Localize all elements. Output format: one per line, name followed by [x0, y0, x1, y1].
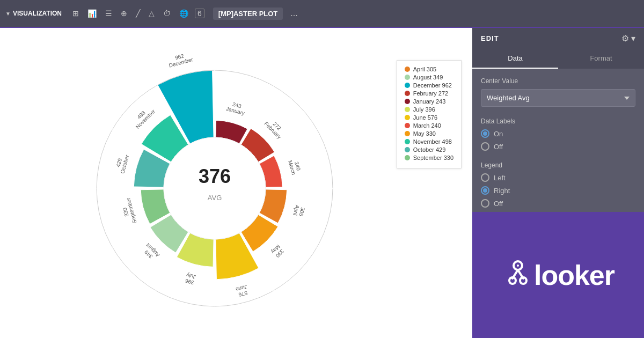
data-labels-on-radio[interactable] [481, 129, 489, 138]
panel-tabs: Data Format [472, 49, 644, 69]
tab-format[interactable]: Format [558, 49, 644, 69]
looker-text: looker [534, 259, 614, 291]
legend-off-radio[interactable] [481, 199, 489, 208]
clock-icon[interactable]: ⏱ [161, 8, 173, 19]
edit-title: EDIT [481, 34, 499, 42]
more-options-button[interactable]: ... [286, 9, 302, 18]
legend-item: September 330 [405, 155, 453, 161]
svg-text:AVG: AVG [208, 194, 222, 202]
aster-chart-svg: January243February272March240April305May… [48, 28, 424, 338]
bar-chart-icon[interactable]: 📊 [85, 8, 99, 19]
list-icon[interactable]: ☰ [103, 8, 114, 19]
legend-item: February 272 [405, 90, 453, 97]
toolbar-icons: ⊞ 📊 ☰ ⊕ ╱ △ ⏱ 🌐 6 [70, 8, 204, 19]
main-content: January243February272March240April305May… [0, 28, 644, 338]
legend-left-radio[interactable] [481, 173, 489, 182]
data-labels-on-option[interactable]: On [481, 129, 635, 138]
looker-brand: looker [472, 212, 644, 338]
edit-header: EDIT ⚙ ▾ [472, 28, 644, 49]
right-panel: EDIT ⚙ ▾ Data Format Center Value Weight… [472, 28, 644, 338]
visualization-label: ▼ VISUALIZATION [5, 10, 62, 17]
svg-text:November: November [135, 108, 157, 130]
legend-right-option[interactable]: Right [481, 186, 635, 195]
svg-point-45 [520, 277, 526, 284]
looker-icon [502, 259, 534, 291]
center-value-label: Center Value [481, 77, 635, 85]
legend-item: July 396 [405, 106, 453, 113]
legend-section: Legend Left Right Off [481, 161, 635, 208]
legend-left-option[interactable]: Left [481, 173, 635, 182]
legend-left-label: Left [494, 174, 506, 182]
chart-title: [MP]ASTER PLOT [213, 8, 283, 20]
legend-item: January 243 [405, 98, 453, 105]
arrow-icon: ▼ [5, 11, 11, 17]
legend-item: May 330 [405, 130, 453, 137]
legend-item: April 305 [405, 66, 453, 72]
legend-off-label: Off [494, 200, 503, 208]
data-labels-off-label: Off [494, 143, 503, 151]
legend-section-label: Legend [481, 161, 635, 169]
tab-data[interactable]: Data [472, 49, 558, 69]
svg-point-44 [509, 277, 516, 284]
globe-icon[interactable]: 🌐 [177, 8, 191, 19]
legend-item: October 429 [405, 146, 453, 153]
line-icon[interactable]: ╱ [134, 8, 142, 19]
toolbar-left: ▼ VISUALIZATION ⊞ 📊 ☰ ⊕ ╱ △ ⏱ 🌐 6 [MP]AS… [5, 8, 639, 20]
panel-body: Center Value Weighted Avg Data Labels On… [472, 69, 644, 212]
legend-box: April 305August 349December 962February … [397, 60, 462, 168]
svg-text:376: 376 [199, 165, 231, 187]
scatter-icon[interactable]: ⊕ [119, 8, 129, 19]
legend-right-radio[interactable] [481, 186, 489, 195]
data-labels-off-radio[interactable] [481, 142, 489, 151]
table-icon[interactable]: ⊞ [70, 8, 81, 19]
settings-icon[interactable]: ⚙ ▾ [621, 33, 635, 43]
looker-logo: looker [502, 259, 614, 291]
legend-item: December 962 [405, 82, 453, 89]
data-labels-off-option[interactable]: Off [481, 142, 635, 151]
legend-item: November 498 [405, 138, 453, 145]
center-value-section: Center Value Weighted Avg [481, 77, 635, 107]
number-icon[interactable]: 6 [195, 9, 204, 18]
legend-right-label: Right [494, 187, 510, 195]
svg-point-25 [164, 137, 266, 239]
data-labels-on-label: On [494, 130, 503, 138]
chart-area: January243February272March240April305May… [0, 28, 472, 338]
data-labels-section: Data Labels On Off [481, 117, 635, 151]
area-icon[interactable]: △ [147, 8, 157, 19]
svg-point-41 [517, 264, 519, 267]
legend-off-option[interactable]: Off [481, 199, 635, 208]
toolbar: ▼ VISUALIZATION ⊞ 📊 ☰ ⊕ ╱ △ ⏱ 🌐 6 [MP]AS… [0, 0, 644, 28]
legend-item: June 576 [405, 114, 453, 121]
data-labels-label: Data Labels [481, 117, 635, 125]
legend-item: March 240 [405, 122, 453, 129]
legend-item: August 349 [405, 74, 453, 80]
center-value-select[interactable]: Weighted Avg [481, 89, 635, 107]
